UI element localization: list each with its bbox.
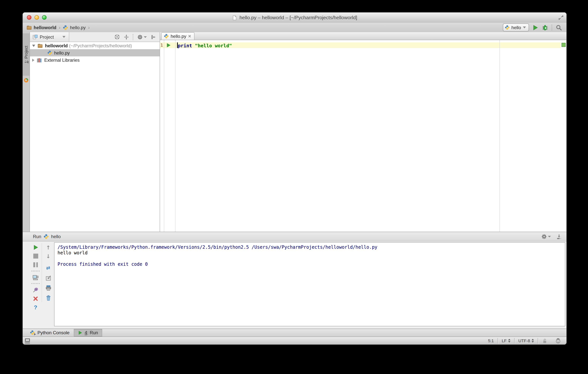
print-icon: [45, 285, 51, 291]
editor-body[interactable]: 1 print "hello world": [160, 40, 567, 232]
tree-item-hello-py[interactable]: hello.py: [30, 49, 160, 56]
python-console-label: Python Console: [37, 330, 69, 335]
hide-panel-button[interactable]: [151, 34, 156, 40]
window-title-area: hello.py – helloworld – [~/PycharmProjec…: [23, 12, 567, 23]
project-panel: Project: [30, 32, 160, 232]
pin-icon: [32, 287, 39, 293]
collapse-all-button[interactable]: [124, 34, 129, 40]
expand-arrow-icon[interactable]: [32, 58, 34, 62]
run-panel-header: Run hello: [23, 232, 567, 242]
caret-position-widget[interactable]: 5:1: [484, 338, 498, 343]
collapse-arrow-icon[interactable]: [32, 44, 35, 47]
scroll-to-source-button[interactable]: [114, 34, 120, 40]
python-console-tab[interactable]: Python Console: [26, 329, 74, 337]
breadcrumb-item-hellopy[interactable]: hello.py: [70, 25, 86, 30]
down-arrow-icon: ↓: [46, 253, 50, 259]
project-view-icon: [32, 34, 38, 40]
project-tool-window-button[interactable]: 1: Project: [23, 33, 30, 76]
close-run-panel-button[interactable]: [30, 294, 42, 303]
run-config-name: hello: [51, 234, 61, 239]
hide-panel-button[interactable]: [556, 234, 562, 239]
run-settings-menu-button[interactable]: [541, 234, 551, 239]
gear-icon: [541, 234, 547, 239]
python-icon: [504, 25, 509, 30]
gutter-separator: [164, 40, 164, 232]
clear-all-icon: [45, 295, 51, 301]
project-panel-header: Project: [30, 32, 160, 42]
updown-arrows-icon: [508, 339, 510, 342]
encoding-widget[interactable]: UTF-8: [514, 338, 538, 343]
settings-menu-button[interactable]: [137, 34, 147, 40]
tree-item-external-libraries[interactable]: External Libraries: [30, 56, 160, 64]
chevron-down-icon: [63, 36, 66, 38]
print-button[interactable]: [42, 284, 54, 292]
breadcrumb: helloworld › hello.py ›: [23, 25, 503, 30]
python-file-icon: [164, 34, 169, 39]
console-line: /System/Library/Frameworks/Python.framew…: [58, 245, 565, 250]
code-string: "hello world": [192, 43, 232, 48]
up-stack-trace-button[interactable]: ↑: [42, 243, 54, 252]
run-tab-label: 4: Run: [84, 330, 98, 335]
updown-arrows-icon: [532, 339, 534, 342]
editor-tab-hello-py[interactable]: hello.py ×: [161, 32, 194, 40]
run-tool-window: Run hello: [23, 232, 567, 329]
python-icon: [43, 234, 49, 239]
title-bar[interactable]: hello.py – helloworld – [~/PycharmProjec…: [23, 12, 567, 23]
main-area: 1: Project Project: [23, 32, 567, 232]
help-button[interactable]: ?: [30, 303, 42, 311]
run-gutter-icon[interactable]: [166, 43, 171, 48]
library-icon: [37, 57, 42, 63]
project-view-select[interactable]: Project: [30, 32, 69, 42]
python-file-icon: [47, 50, 52, 55]
clear-all-button[interactable]: [42, 293, 54, 302]
console-layout-button[interactable]: [30, 273, 42, 282]
lock-icon: [542, 338, 547, 343]
inspection-status-icon[interactable]: [562, 43, 566, 47]
project-tree: helloworld (~/PycharmProjects/helloworld…: [30, 42, 160, 232]
rerun-button[interactable]: [30, 243, 42, 252]
project-view-label: Project: [40, 34, 54, 40]
python-file-icon: [63, 25, 68, 30]
code-line[interactable]: print "hello world": [178, 43, 232, 48]
tree-item-project-root[interactable]: helloworld (~/PycharmProjects/helloworld…: [30, 42, 160, 49]
debug-button[interactable]: [542, 24, 548, 31]
highlighting-level-button[interactable]: [551, 338, 562, 343]
toolbar-separator: [552, 24, 552, 31]
run-button[interactable]: [532, 24, 538, 31]
toolbar-separator: [133, 34, 134, 40]
toolwindow-toggle-icon[interactable]: [25, 338, 30, 343]
help-icon: ?: [34, 304, 37, 310]
document-icon: [232, 15, 237, 20]
status-bar-widgets: 5:1 LF UTF-8: [484, 337, 567, 344]
main-toolbar: helloworld › hello.py › hello: [23, 23, 567, 32]
toolbar-separator: [32, 283, 40, 284]
window-title: hello.py – helloworld – [~/PycharmProjec…: [240, 15, 357, 21]
console-line: Process finished with exit code 0: [58, 262, 565, 267]
scroll-to-end-button[interactable]: [42, 274, 54, 282]
pin-tab-button[interactable]: [30, 285, 42, 294]
editor-tab-label: hello.py: [171, 33, 186, 39]
run-configuration-select[interactable]: hello: [503, 23, 529, 32]
fullscreen-icon[interactable]: [558, 15, 564, 21]
close-icon: [33, 296, 38, 301]
editor-tab-bar: hello.py ×: [160, 32, 567, 40]
run-configuration-value: hello: [511, 25, 521, 30]
run-tab[interactable]: 4: Run: [74, 329, 102, 337]
soft-wrap-button[interactable]: ⇄: [42, 264, 54, 272]
external-libraries-label: External Libraries: [44, 57, 80, 63]
toolbar-separator: [32, 271, 40, 271]
right-margin-guide: [499, 40, 500, 232]
close-tab-icon[interactable]: ×: [188, 34, 191, 39]
down-stack-trace-button[interactable]: ↓: [42, 252, 54, 260]
code-keyword: print: [178, 43, 192, 48]
stop-button[interactable]: [30, 252, 42, 260]
readonly-toggle[interactable]: [538, 338, 551, 343]
pause-output-button[interactable]: [30, 260, 42, 269]
screen-background: hello.py – helloworld – [~/PycharmProjec…: [0, 0, 588, 374]
line-ending-widget[interactable]: LF: [498, 338, 514, 343]
run-console-output[interactable]: /System/Library/Frameworks/Python.framew…: [54, 242, 565, 326]
left-tool-window-strip: 1: Project: [23, 32, 30, 232]
search-icon[interactable]: [556, 24, 562, 31]
run-toolbar-left: ?: [30, 243, 42, 311]
breadcrumb-item-helloworld[interactable]: helloworld: [34, 25, 56, 30]
